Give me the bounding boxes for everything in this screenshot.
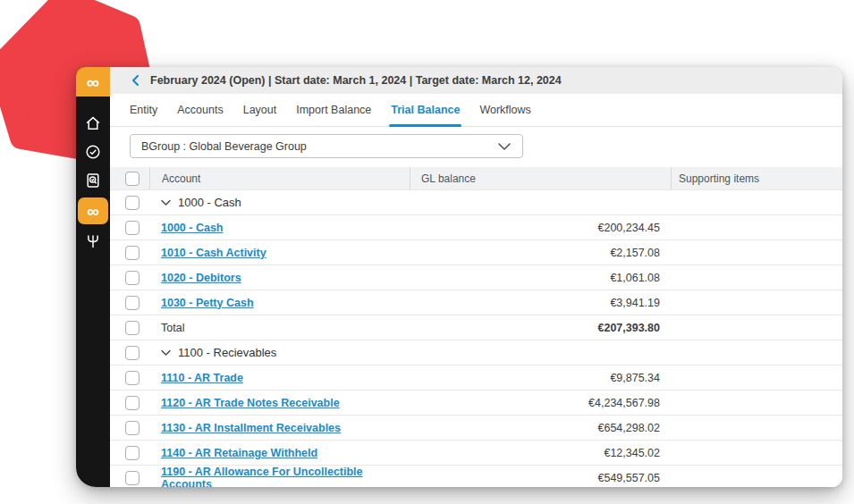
column-header-account: Account xyxy=(162,172,200,185)
account-link[interactable]: 1120 - AR Trade Notes Receivable xyxy=(161,397,340,409)
supporting-items-cell xyxy=(671,416,842,440)
supporting-items-cell xyxy=(671,215,842,239)
collapse-chevron-icon xyxy=(161,199,171,206)
account-row: 1030 - Petty Cash€3,941.19 xyxy=(110,290,842,315)
gl-balance-value: €207,393.80 xyxy=(597,322,660,334)
entity-select-value: BGroup : Global Beverage Group xyxy=(141,140,307,153)
gl-balance-value: €200,234.45 xyxy=(597,222,660,234)
table-body: 1000 - Cash1000 - Cash€200,234.451010 - … xyxy=(110,190,842,487)
row-checkbox[interactable] xyxy=(125,471,140,485)
row-checkbox[interactable] xyxy=(125,421,140,435)
group-label: 1100 - Recievables xyxy=(178,346,276,359)
sidebar-nav: ∞ xyxy=(76,97,110,256)
column-header-gl-balance: GL balance xyxy=(421,172,476,185)
gl-balance-value: €2,157.08 xyxy=(610,247,660,259)
supporting-items-cell xyxy=(671,190,842,214)
account-link[interactable]: 1130 - AR Installment Receivables xyxy=(161,422,341,434)
gl-balance-value: €3,941.19 xyxy=(610,297,660,309)
infinity-logo-icon: ∞ xyxy=(87,73,99,91)
tab-workflows[interactable]: Workflows xyxy=(479,94,530,126)
row-checkbox[interactable] xyxy=(125,296,140,310)
row-checkbox[interactable] xyxy=(125,396,140,410)
row-checkbox[interactable] xyxy=(125,271,140,285)
account-row: 1120 - AR Trade Notes Receivable€4,234,5… xyxy=(110,391,842,416)
row-checkbox[interactable] xyxy=(125,446,140,460)
account-link[interactable]: 1000 - Cash xyxy=(161,222,223,234)
sidebar-item-tasks[interactable] xyxy=(76,138,110,166)
tab-trial-balance[interactable]: Trial Balance xyxy=(391,94,460,126)
table-header-row: Account GL balance Supporting items xyxy=(110,167,842,190)
account-row: 1000 - Cash€200,234.45 xyxy=(110,215,842,240)
group-row: 1100 - Recievables xyxy=(110,340,842,365)
page: ∞ xyxy=(0,0,854,504)
group-row: 1000 - Cash xyxy=(110,190,842,215)
sidebar-item-trial-balance[interactable]: ∞ xyxy=(78,197,108,224)
home-icon xyxy=(84,114,102,132)
supporting-items-cell xyxy=(671,466,842,487)
account-row: 1010 - Cash Activity€2,157.08 xyxy=(110,240,842,265)
row-checkbox[interactable] xyxy=(125,321,140,335)
group-label: 1000 - Cash xyxy=(178,196,241,209)
select-all-checkbox[interactable] xyxy=(125,172,140,186)
account-link[interactable]: 1110 - AR Trade xyxy=(161,372,243,384)
account-row: 1190 - AR Allowance For Uncollectible Ac… xyxy=(110,466,842,487)
period-header: February 2024 (Open) | Start date: March… xyxy=(110,67,842,94)
sidebar: ∞ xyxy=(76,67,110,487)
group-collapse-toggle[interactable] xyxy=(161,349,171,357)
row-checkbox[interactable] xyxy=(125,371,140,385)
supporting-items-cell xyxy=(671,240,842,265)
supporting-items-cell xyxy=(671,290,842,315)
document-review-icon xyxy=(84,172,102,189)
total-row: Total€207,393.80 xyxy=(110,315,842,340)
tab-entity[interactable]: Entity xyxy=(130,94,157,126)
account-link[interactable]: 1190 - AR Allowance For Uncollectible Ac… xyxy=(161,466,410,488)
supporting-items-cell xyxy=(671,391,842,415)
account-link[interactable]: 1030 - Petty Cash xyxy=(161,297,254,309)
app-window: ∞ xyxy=(76,67,842,487)
tab-accounts[interactable]: Accounts xyxy=(177,94,223,126)
supporting-items-cell xyxy=(671,265,842,290)
row-checkbox[interactable] xyxy=(125,346,140,360)
sidebar-item-home[interactable] xyxy=(76,109,110,138)
account-link[interactable]: 1010 - Cash Activity xyxy=(161,247,266,259)
check-circle-icon xyxy=(84,143,102,161)
trial-balance-table: Account GL balance Supporting items 1000… xyxy=(110,167,842,487)
chevron-down-icon xyxy=(498,143,511,150)
account-row: 1130 - AR Installment Receivables€654,29… xyxy=(110,416,842,441)
supporting-items-cell xyxy=(671,365,842,390)
account-link[interactable]: 1020 - Debitors xyxy=(161,272,241,284)
account-row: 1020 - Debitors€1,061.08 xyxy=(110,265,842,290)
gl-balance-value: €9,875.34 xyxy=(610,372,660,384)
gl-balance-value: €549,557.05 xyxy=(597,472,660,484)
gl-balance-value: €4,234,567.98 xyxy=(588,397,660,409)
back-chevron-icon xyxy=(130,74,141,87)
supporting-items-cell xyxy=(671,340,842,365)
group-collapse-toggle[interactable] xyxy=(161,199,171,206)
collapse-chevron-icon xyxy=(161,349,171,357)
account-row: 1110 - AR Trade€9,875.34 xyxy=(110,365,842,391)
main-panel: February 2024 (Open) | Start date: March… xyxy=(110,67,842,487)
supporting-items-cell xyxy=(671,441,842,465)
supporting-items-cell xyxy=(671,315,842,340)
gl-balance-value: €12,345.02 xyxy=(604,447,660,459)
account-row: 1140 - AR Retainage Withheld€12,345.02 xyxy=(110,441,842,466)
back-button[interactable] xyxy=(130,74,141,87)
tab-bar: Entity Accounts Layout Import Balance Tr… xyxy=(110,94,842,127)
workflow-icon xyxy=(84,232,102,250)
total-label: Total xyxy=(161,322,184,334)
column-header-supporting-items: Supporting items xyxy=(679,172,759,185)
account-link[interactable]: 1140 - AR Retainage Withheld xyxy=(161,447,317,459)
row-checkbox[interactable] xyxy=(125,246,140,260)
tab-import-balance[interactable]: Import Balance xyxy=(296,94,371,126)
tab-layout[interactable]: Layout xyxy=(243,94,277,126)
row-checkbox[interactable] xyxy=(125,196,140,210)
row-checkbox[interactable] xyxy=(125,221,140,235)
gl-balance-value: €1,061.08 xyxy=(610,272,660,284)
period-title: February 2024 (Open) | Start date: March… xyxy=(150,74,562,87)
sidebar-item-review[interactable] xyxy=(76,166,110,195)
gl-balance-value: €654,298.02 xyxy=(597,422,660,434)
sidebar-item-workflow[interactable] xyxy=(76,227,110,256)
entity-select[interactable]: BGroup : Global Beverage Group xyxy=(130,134,523,158)
infinity-icon: ∞ xyxy=(87,203,99,220)
app-logo: ∞ xyxy=(76,67,110,97)
